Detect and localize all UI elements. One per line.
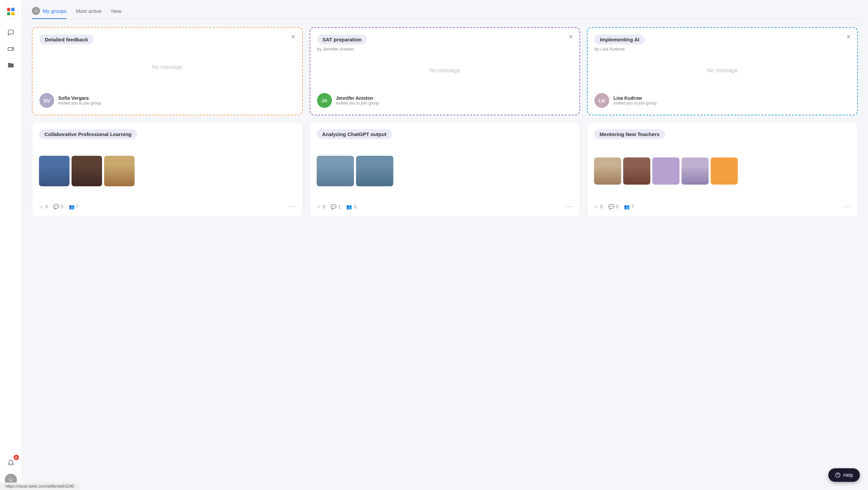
member-photo-2 bbox=[356, 156, 393, 186]
tab-my-groups[interactable]: U My groups bbox=[32, 7, 66, 19]
card-sat-preparation: ✕ SAT preparation by Jennifer Aniston No… bbox=[310, 27, 580, 115]
group-title: Collaborative Professional Learning bbox=[39, 129, 137, 139]
members-count: 3 bbox=[354, 204, 356, 209]
inviter-name: Jennifer Aniston bbox=[336, 95, 379, 101]
close-implementing-ai[interactable]: ✕ bbox=[844, 33, 852, 41]
inviter-info: JA Jennifer Aniston invited you to join … bbox=[317, 93, 573, 108]
status-url: https://cloud.swivl.com/skills/skill/324… bbox=[5, 484, 74, 489]
inviter-subtitle: invited you to join group bbox=[58, 101, 101, 106]
comments-count: 1 bbox=[338, 204, 341, 209]
inviter-info: LK Lisa Kudrow invited you to join group bbox=[594, 93, 850, 108]
member-photos bbox=[594, 146, 851, 196]
stars-stat: ☆ 3 bbox=[39, 204, 48, 209]
inviter-avatar-lk: LK bbox=[594, 93, 609, 108]
member-photos bbox=[317, 146, 573, 196]
comment-icon: 💬 bbox=[608, 204, 614, 209]
notification-count: 2 bbox=[14, 455, 19, 460]
comments-stat: 💬 1 bbox=[331, 204, 341, 209]
member-photo-3 bbox=[682, 157, 709, 185]
member-photo-1 bbox=[594, 157, 621, 185]
member-photo-1 bbox=[317, 156, 354, 186]
card-title: Implementing AI bbox=[594, 35, 645, 44]
member-photo-orange bbox=[711, 157, 738, 185]
tabs-bar: U My groups Most active New bbox=[32, 7, 858, 19]
no-message-label: No message bbox=[39, 44, 295, 90]
inviter-name: Sofia Vergara bbox=[58, 95, 101, 101]
comments-count: 3 bbox=[61, 204, 63, 209]
members-stat: 👥 7 bbox=[624, 204, 634, 209]
star-icon: ☆ bbox=[317, 204, 321, 209]
svg-rect-0 bbox=[8, 48, 12, 51]
member-photo-3 bbox=[104, 156, 135, 186]
group-cards-row: Collaborative Professional Learning ☆ 3 … bbox=[32, 122, 858, 217]
inviter-name: Lisa Kudrow bbox=[613, 95, 656, 101]
card-stats: ☆ 0 💬 1 👥 3 ··· bbox=[317, 203, 573, 210]
card-subtitle: by Jennifer Aniston bbox=[317, 46, 573, 52]
stars-stat: ☆ 0 bbox=[317, 204, 326, 209]
members-count: 7 bbox=[631, 204, 634, 209]
card-collaborative-learning[interactable]: Collaborative Professional Learning ☆ 3 … bbox=[32, 122, 303, 217]
inviter-avatar: SV bbox=[39, 93, 54, 108]
members-stat: 👥 7 bbox=[69, 204, 79, 209]
tab-most-active[interactable]: Most active bbox=[76, 8, 102, 18]
status-bar: https://cloud.swivl.com/skills/skill/324… bbox=[0, 483, 80, 490]
group-title: Mentoring New Teachers bbox=[594, 129, 665, 139]
member-photos bbox=[39, 146, 296, 196]
more-options-button[interactable]: ··· bbox=[289, 203, 296, 210]
sidebar: 2 U bbox=[0, 0, 22, 490]
stars-count: 0 bbox=[600, 204, 603, 209]
no-message-label: No message bbox=[594, 52, 850, 90]
card-stats: ☆ 0 💬 0 👥 7 ··· bbox=[594, 203, 851, 210]
card-implementing-ai: ✕ Implementing AI by Lisa Kudrow No mess… bbox=[587, 27, 858, 115]
card-subtitle: by Lisa Kudrow bbox=[594, 46, 850, 52]
inviter-info: SV Sofia Vergara invited you to join gro… bbox=[39, 93, 295, 108]
member-photo-2 bbox=[72, 156, 102, 186]
video-icon[interactable] bbox=[4, 42, 18, 56]
folder-icon[interactable] bbox=[4, 58, 18, 72]
comments-stat: 💬 3 bbox=[53, 204, 63, 209]
stars-stat: ☆ 0 bbox=[594, 204, 603, 209]
star-icon: ☆ bbox=[594, 204, 598, 209]
tab-new[interactable]: New bbox=[111, 8, 121, 18]
more-options-button[interactable]: ··· bbox=[844, 203, 851, 210]
notification-bell[interactable]: 2 bbox=[4, 456, 18, 470]
inviter-subtitle: invited you to join group bbox=[613, 101, 656, 106]
inviter-subtitle: invited you to join group bbox=[336, 101, 379, 106]
members-count: 7 bbox=[76, 204, 79, 209]
comment-icon: 💬 bbox=[53, 204, 59, 209]
card-analyzing-chatgpt[interactable]: Analyzing ChatGPT output ☆ 0 💬 1 👥 3 bbox=[310, 122, 580, 217]
card-stats: ☆ 3 💬 3 👥 7 ··· bbox=[39, 203, 296, 210]
main-content: U My groups Most active New ✕ Detailed f… bbox=[22, 0, 868, 490]
stars-count: 3 bbox=[45, 204, 48, 209]
members-stat: 👥 3 bbox=[346, 204, 356, 209]
members-icon: 👥 bbox=[346, 204, 352, 209]
help-label: Help bbox=[843, 472, 853, 478]
more-options-button[interactable]: ··· bbox=[566, 203, 573, 210]
help-button[interactable]: Help bbox=[828, 468, 860, 482]
members-icon: 👥 bbox=[69, 204, 75, 209]
comments-count: 0 bbox=[616, 204, 618, 209]
no-message-label: No message bbox=[317, 52, 573, 90]
members-icon: 👥 bbox=[624, 204, 630, 209]
card-mentoring-new-teachers[interactable]: Mentoring New Teachers ☆ 0 💬 0 👥 bbox=[587, 122, 858, 217]
close-sat-preparation[interactable]: ✕ bbox=[567, 33, 575, 41]
comments-stat: 💬 0 bbox=[608, 204, 618, 209]
member-photo-1 bbox=[39, 156, 70, 186]
inviter-avatar-ja: JA bbox=[317, 93, 332, 108]
app-logo[interactable] bbox=[3, 4, 18, 19]
comment-icon: 💬 bbox=[331, 204, 336, 209]
member-photo-2 bbox=[623, 157, 650, 185]
card-detailed-feedback: ✕ Detailed feedback No message SV Sofia … bbox=[32, 27, 303, 115]
stars-count: 0 bbox=[323, 204, 326, 209]
chat-icon[interactable] bbox=[4, 26, 18, 39]
group-title: Analyzing ChatGPT output bbox=[317, 129, 392, 139]
invite-cards-row: ✕ Detailed feedback No message SV Sofia … bbox=[32, 27, 858, 115]
star-icon: ☆ bbox=[39, 204, 43, 209]
close-detailed-feedback[interactable]: ✕ bbox=[289, 33, 297, 41]
card-title: Detailed feedback bbox=[39, 35, 94, 44]
card-title: SAT preparation bbox=[317, 35, 367, 44]
member-photo-purple bbox=[652, 157, 679, 185]
